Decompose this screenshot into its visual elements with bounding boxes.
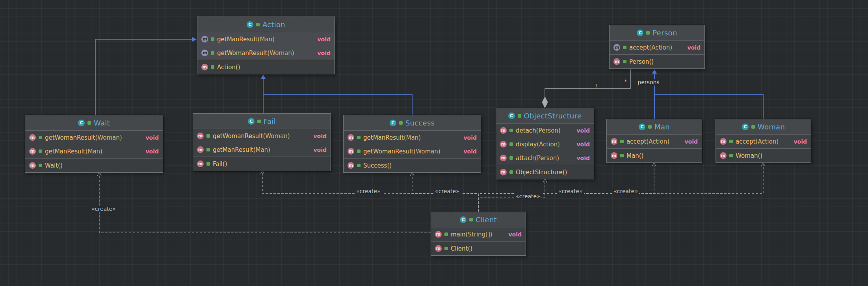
method-row-objectstructure-display[interactable]: mdisplay(Action)void [496,137,594,151]
class-header-objectstructure[interactable]: CObjectStructure [496,108,594,124]
class-node-success[interactable]: CSuccessmgetManResult(Man)voidmgetWomanR… [343,115,481,173]
method-row-success-getWomanResult[interactable]: mgetWomanResult(Woman)void [344,144,481,158]
edge-label-create-woman: «create» [612,188,639,195]
method-signature: accept(Action) [736,138,779,145]
method-row-action-getWomanResult[interactable]: mgetWomanResult(Woman)void [197,46,335,60]
method-row-person-accept[interactable]: maccept(Action)void [610,41,704,54]
constructor-row-success[interactable]: mSuccess() [344,159,481,172]
method-return-type: void [571,127,590,134]
constructor-name: ObjectStructure() [516,169,567,176]
method-signature: main(String[]) [451,231,493,238]
class-node-wait[interactable]: CWaitmgetWomanResult(Woman)voidmgetManRe… [25,115,163,173]
class-node-client[interactable]: CClientmmain(String[])voidmClient() [431,212,526,256]
class-header-woman[interactable]: CWoman [716,119,811,135]
edge-objectstructure-person[interactable] [545,68,630,97]
method-row-objectstructure-attach[interactable]: mattach(Person)void [496,151,594,165]
constructors-compartment-client: mClient() [431,242,526,255]
public-visibility-icon [729,154,733,157]
uml-diagram-canvas[interactable]: CActionmgetManResult(Man)voidmgetWomanRe… [0,0,868,286]
class-icon: C [637,30,643,36]
edge-wait-action[interactable] [95,39,192,115]
class-header-fail[interactable]: CFail [193,114,331,129]
constructor-row-wait[interactable]: mWait() [25,159,163,172]
public-visibility-icon [211,51,214,55]
class-title: Person [652,29,677,37]
method-row-success-getManResult[interactable]: mgetManResult(Man)void [344,131,481,144]
public-visibility-icon [646,31,650,35]
method-row-wait-getManResult[interactable]: mgetManResult(Man)void [25,144,163,158]
edge-arrowhead-wait-action [192,37,197,42]
class-header-wait[interactable]: CWait [25,115,163,131]
method-signature: getManResult(Man) [217,36,275,43]
class-header-person[interactable]: CPerson [610,25,704,41]
class-node-action[interactable]: CActionmgetManResult(Man)voidmgetWomanRe… [197,17,335,74]
constructor-row-person[interactable]: mPerson() [610,55,704,68]
constructor-row-client[interactable]: mClient() [431,242,526,255]
class-node-person[interactable]: CPersonmaccept(Action)voidmPerson() [609,25,705,69]
method-params: (Man) [253,146,270,153]
method-params: (Action) [649,44,672,51]
public-visibility-icon [751,125,755,129]
method-icon: m [29,148,36,155]
class-node-objectstructure[interactable]: CObjectStructuremdetach(Person)voidmdisp… [496,108,594,179]
method-row-woman-accept[interactable]: maccept(Action)void [716,135,811,148]
method-return-type: void [312,50,331,56]
class-header-man[interactable]: CMan [607,119,702,135]
method-signature: getManResult(Man) [45,148,102,155]
method-row-fail-getWomanResult[interactable]: mgetWomanResult(Woman)void [193,129,331,143]
public-visibility-icon [206,162,210,166]
edge-woman-person[interactable] [654,94,763,119]
edge-success-action[interactable] [263,94,412,115]
public-visibility-icon [509,142,513,146]
method-signature: getWomanResult(Woman) [213,133,290,140]
class-node-man[interactable]: CManmaccept(Action)voidmMan() [606,119,702,163]
methods-compartment-woman: maccept(Action)void [716,135,811,149]
public-visibility-icon [620,154,624,157]
constructors-compartment-man: mMan() [607,149,702,162]
constructor-row-action[interactable]: mAction() [197,60,335,74]
method-params: (Man) [404,134,421,141]
method-name: accept [736,138,755,145]
class-node-fail[interactable]: CFailmgetWomanResult(Woman)voidmgetManRe… [193,113,331,171]
class-header-success[interactable]: CSuccess [344,115,481,131]
public-visibility-icon [469,218,473,221]
constructor-row-objectstructure[interactable]: mObjectStructure() [496,165,594,179]
constructor-name: Client() [451,245,472,252]
methods-compartment-person: maccept(Action)void [610,41,704,55]
class-node-woman[interactable]: CWomanmaccept(Action)voidmWoman() [716,119,811,163]
edge-client-wait[interactable] [99,173,431,233]
method-name: getManResult [217,36,258,43]
class-header-action[interactable]: CAction [197,17,335,32]
method-icon: m [500,169,507,175]
method-row-fail-getManResult[interactable]: mgetManResult(Man)void [193,143,331,157]
method-signature: getManResult(Man) [213,146,270,153]
class-icon: C [78,120,85,126]
methods-compartment-wait: mgetWomanResult(Woman)voidmgetManResult(… [25,131,163,159]
methods-compartment-action: mgetManResult(Man)voidmgetWomanResult(Wo… [197,32,335,60]
constructors-compartment-woman: mWoman() [716,149,811,162]
constructor-row-man[interactable]: mMan() [607,149,702,162]
class-title: Woman [758,123,785,131]
constructor-row-fail[interactable]: mFail() [193,157,331,171]
method-signature: getWomanResult(Woman) [363,148,441,155]
method-row-client-main[interactable]: mmain(String[])void [431,227,526,241]
class-title: Action [262,20,285,29]
method-row-objectstructure-detach[interactable]: mdetach(Person)void [496,124,594,137]
public-visibility-icon [509,170,513,174]
class-header-client[interactable]: CClient [431,212,526,227]
method-row-man-accept[interactable]: maccept(Action)void [607,135,702,148]
method-icon: m [720,152,727,159]
method-row-wait-getWomanResult[interactable]: mgetWomanResult(Woman)void [25,131,163,144]
method-name: accept [629,44,649,51]
public-visibility-icon [623,60,626,63]
public-visibility-icon [729,140,733,143]
class-title: ObjectStructure [524,112,582,120]
method-params: (Action) [646,138,669,145]
public-visibility-icon [87,121,91,125]
constructor-name: Person() [629,58,654,65]
methods-compartment-fail: mgetWomanResult(Woman)voidmgetManResult(… [193,129,331,157]
constructor-row-woman[interactable]: mWoman() [716,149,811,162]
method-row-action-getManResult[interactable]: mgetManResult(Man)void [197,32,335,46]
method-params: (Action) [755,138,779,145]
method-params: (Woman) [413,148,440,155]
